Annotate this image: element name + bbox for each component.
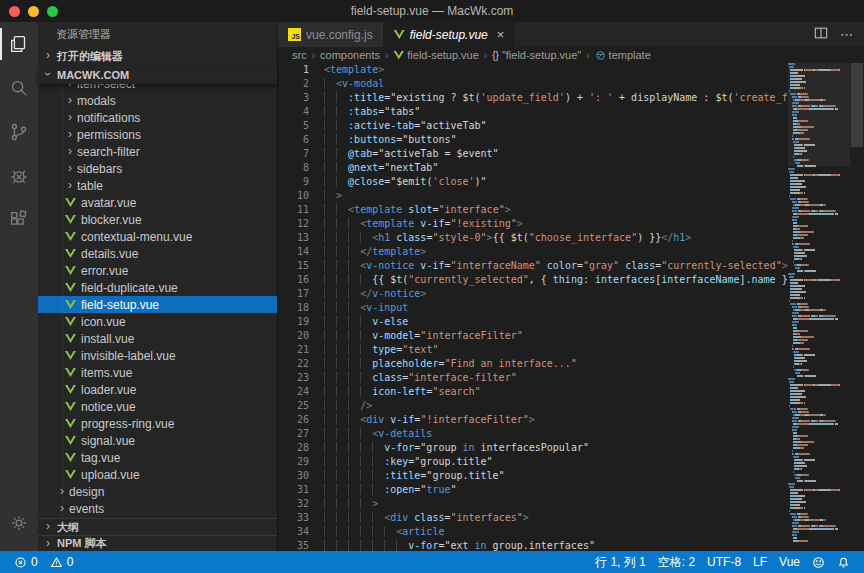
code-line-27[interactable]: 27 <v-details (278, 427, 788, 441)
code-line-23[interactable]: 23 class="interface-filter" (278, 371, 788, 385)
code-line-14[interactable]: 14 </template> (278, 245, 788, 259)
code-line-6[interactable]: 6 :buttons="buttons" (278, 133, 788, 147)
activitybar-search-icon[interactable] (0, 66, 38, 110)
tree-item-contextual-menu-vue[interactable]: contextual-menu.vue (38, 228, 277, 245)
tree-item-invisible-label-vue[interactable]: invisible-label.vue (38, 347, 277, 364)
status-空格-2[interactable]: 空格: 2 (652, 551, 701, 573)
status-行-1-列-1[interactable]: 行 1, 列 1 (589, 551, 652, 573)
breadcrumb-item--field-setup-vue-[interactable]: {}"field-setup.vue" (492, 49, 581, 61)
code-line-16[interactable]: 16 {{ $t("currently_selected", { thing: … (278, 273, 788, 287)
code-line-29[interactable]: 29 :key="group.title" (278, 455, 788, 469)
activitybar-gear-icon[interactable] (0, 501, 38, 545)
tree-item-details-vue[interactable]: details.vue (38, 245, 277, 262)
sidebar-panel-NPM 脚本[interactable]: ›NPM 脚本 (38, 535, 277, 551)
tree-item-tag-vue[interactable]: tag.vue (38, 449, 277, 466)
tab-vue-config-js[interactable]: JSvue.config.js (278, 22, 384, 47)
code-line-18[interactable]: 18 <v-input (278, 301, 788, 315)
tree-item-field-duplicate-vue[interactable]: field-duplicate.vue (38, 279, 277, 296)
open-editors-section[interactable]: › 打开的编辑器 (38, 46, 277, 66)
tree-item-search-filter[interactable]: ›search-filter (38, 143, 277, 160)
close-window-button[interactable] (9, 6, 20, 17)
code-line-11[interactable]: 11 <template slot="interface"> (278, 203, 788, 217)
code-line-28[interactable]: 28 v-for="group in interfacesPopular" (278, 441, 788, 455)
sidebar-panel-大纲[interactable]: ›大纲 (38, 518, 277, 535)
code-line-24[interactable]: 24 icon-left="search" (278, 385, 788, 399)
code-line-30[interactable]: 30 :title="group.title" (278, 469, 788, 483)
status-Vue[interactable]: Vue (773, 551, 806, 573)
breadcrumb-item-template[interactable]: template (595, 49, 651, 62)
code-line-25[interactable]: 25 /> (278, 399, 788, 413)
tree-item-table[interactable]: ›table (38, 177, 277, 194)
tree-item-design[interactable]: ›design (38, 483, 277, 500)
tree-item-error-vue[interactable]: error.vue (38, 262, 277, 279)
code-line-13[interactable]: 13 <h1 class="style-0">{{ $t("choose_int… (278, 231, 788, 245)
breadcrumb-item-components[interactable]: components (320, 49, 380, 61)
panel-label: NPM 脚本 (57, 536, 107, 551)
minimap[interactable] (788, 63, 850, 551)
activitybar-debug-icon[interactable] (0, 154, 38, 198)
activitybar-extensions-icon[interactable] (0, 198, 38, 242)
code-line-2[interactable]: 2 <v-modal (278, 77, 788, 91)
tree-item-item-select[interactable]: ›item-select (38, 84, 277, 92)
split-editor-icon[interactable] (814, 26, 828, 44)
code-line-7[interactable]: 7 @tab="activeTab = $event" (278, 147, 788, 161)
code-line-15[interactable]: 15 <v-notice v-if="interfaceName" color=… (278, 259, 788, 273)
tree-item-progress-ring-vue[interactable]: progress-ring.vue (38, 415, 277, 432)
code-line-33[interactable]: 33 <div class="interfaces"> (278, 511, 788, 525)
code-line-32[interactable]: 32 > (278, 497, 788, 511)
code-line-22[interactable]: 22 placeholder="Find an interface..." (278, 357, 788, 371)
code-line-19[interactable]: 19 v-else (278, 315, 788, 329)
status-UTF-8[interactable]: UTF-8 (701, 551, 747, 573)
code-line-34[interactable]: 34 <article (278, 525, 788, 539)
code-line-3[interactable]: 3 :title="existing ? $t('update_field') … (278, 91, 788, 105)
tree-item-events[interactable]: ›events (38, 500, 277, 517)
line-number: 25 (278, 399, 324, 413)
tree-item-signal-vue[interactable]: signal.vue (38, 432, 277, 449)
code-line-8[interactable]: 8 @next="nextTab" (278, 161, 788, 175)
workspace-section[interactable]: › MACWK.COM (38, 66, 277, 84)
code-line-21[interactable]: 21 type="text" (278, 343, 788, 357)
tree-item-notice-vue[interactable]: notice.vue (38, 398, 277, 415)
tree-item-icon-vue[interactable]: icon.vue (38, 313, 277, 330)
more-actions-icon[interactable]: ⋯ (840, 27, 854, 42)
minimize-window-button[interactable] (28, 6, 39, 17)
code-line-1[interactable]: 1<template> (278, 63, 788, 77)
code-line-5[interactable]: 5 :active-tab="activeTab" (278, 119, 788, 133)
code-line-4[interactable]: 4 :tabs="tabs" (278, 105, 788, 119)
status-error[interactable]: 0 (8, 551, 44, 573)
breadcrumb-item-src[interactable]: src (292, 49, 307, 61)
vertical-scrollbar[interactable] (850, 63, 864, 551)
tree-item-install-vue[interactable]: install.vue (38, 330, 277, 347)
code-line-35[interactable]: 35 v-for="ext in group.interfaces" (278, 539, 788, 551)
tree-item-loader-vue[interactable]: loader.vue (38, 381, 277, 398)
tree-item-field-setup-vue[interactable]: field-setup.vue (38, 296, 277, 313)
tree-item-sidebars[interactable]: ›sidebars (38, 160, 277, 177)
tree-item-avatar-vue[interactable]: avatar.vue (38, 194, 277, 211)
status-bell[interactable] (831, 551, 856, 573)
tree-item-upload-vue[interactable]: upload.vue (38, 466, 277, 483)
scrollbar-thumb[interactable] (851, 63, 863, 147)
code-line-10[interactable]: 10 > (278, 189, 788, 203)
code-line-20[interactable]: 20 v-model="interfaceFilter" (278, 329, 788, 343)
activitybar-files-icon[interactable] (0, 22, 38, 66)
code-line-31[interactable]: 31 :open="true" (278, 483, 788, 497)
activitybar-source-control-icon[interactable] (0, 110, 38, 154)
zoom-window-button[interactable] (47, 6, 58, 17)
status-warning[interactable]: 0 (44, 551, 80, 573)
code-line-12[interactable]: 12 <template v-if="!existing"> (278, 217, 788, 231)
tab-field-setup-vue[interactable]: field-setup.vue× (384, 22, 516, 47)
code-editor[interactable]: 1<template>2 <v-modal3 :title="existing … (278, 63, 864, 551)
tree-item-blocker-vue[interactable]: blocker.vue (38, 211, 277, 228)
tree-item-items-vue[interactable]: items.vue (38, 364, 277, 381)
status-feedback[interactable] (806, 551, 831, 573)
close-tab-icon[interactable]: × (497, 27, 505, 42)
tree-item-notifications[interactable]: ›notifications (38, 109, 277, 126)
code-line-17[interactable]: 17 </v-notice> (278, 287, 788, 301)
code-line-9[interactable]: 9 @close="$emit('close')" (278, 175, 788, 189)
status-LF[interactable]: LF (747, 551, 773, 573)
line-text: :active-tab="activeTab" (324, 119, 487, 133)
tree-item-permissions[interactable]: ›permissions (38, 126, 277, 143)
breadcrumb-item-field-setup-vue[interactable]: field-setup.vue (393, 49, 479, 61)
tree-item-modals[interactable]: ›modals (38, 92, 277, 109)
code-line-26[interactable]: 26 <div v-if="!interfaceFilter"> (278, 413, 788, 427)
